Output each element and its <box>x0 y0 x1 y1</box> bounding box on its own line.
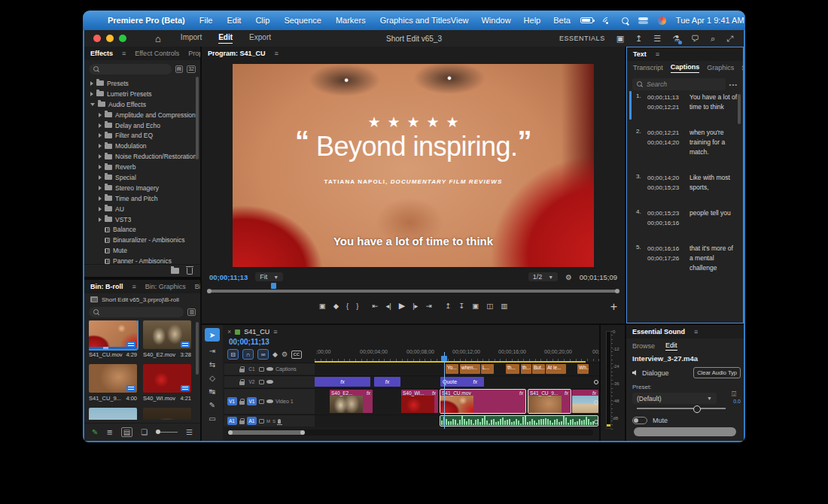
caption-tc-in[interactable]: 00;00;11;13 <box>647 93 685 102</box>
clip-thumbnail[interactable] <box>143 408 191 420</box>
effects-tree-item[interactable]: Binauralizer - Ambisonics <box>84 235 200 245</box>
marker-icon[interactable]: ◆ <box>333 302 339 310</box>
effects-tree-item[interactable]: Reverb <box>84 162 200 172</box>
menubar-item[interactable]: Edit <box>227 16 241 25</box>
menubar-clock[interactable]: Tue Apr 1 9:41 AM <box>676 16 744 25</box>
snap-toggle[interactable]: ∩ <box>242 349 254 360</box>
bin-clip[interactable]: S40_E2.mov3:28 <box>143 320 191 358</box>
panel-menu-icon[interactable]: ≡ <box>694 328 698 335</box>
panel-layout-icon[interactable]: ▣ <box>616 34 624 44</box>
step-back-icon[interactable]: ◂| <box>385 302 391 310</box>
graphic-clip[interactable]: fx <box>374 377 400 387</box>
effects-tree-item[interactable]: Balance <box>84 224 200 235</box>
video-clip[interactable]: S40_WI...fx <box>401 390 438 413</box>
mark-out-icon[interactable]: } <box>356 302 358 310</box>
essential-sound-tab[interactable]: Essential Sound <box>632 328 685 335</box>
text-tab-graphics[interactable]: Graphics <box>707 64 734 71</box>
mute-track-icon[interactable]: M <box>266 419 270 424</box>
caption-row[interactable]: 4.00;00;15;2300;00;16;16people tell you <box>627 205 743 231</box>
bin-tab[interactable]: Bin: Au <box>195 283 200 290</box>
caption-tc-in[interactable]: 00;00;15;23 <box>647 208 685 218</box>
caption-clip[interactable]: th... <box>521 364 531 374</box>
track-badge[interactable]: C1 <box>247 365 257 373</box>
delete-icon[interactable] <box>187 268 193 275</box>
menubar-item[interactable]: View <box>451 16 469 25</box>
linked-selection-toggle[interactable]: ∞ <box>257 349 269 360</box>
menubar-app-icon[interactable] <box>658 17 666 25</box>
menubar-item[interactable]: Beta <box>553 16 571 25</box>
effects-tree-item[interactable]: Lumetri Presets <box>84 89 200 99</box>
effects-tree-item[interactable]: Filter and EQ <box>84 130 200 141</box>
beta-feedback-icon[interactable]: ⚗ <box>672 34 680 44</box>
workspaces-icon[interactable]: ☰ <box>653 34 661 44</box>
track-lock-icon[interactable] <box>239 381 245 385</box>
expand-icon[interactable] <box>90 81 93 86</box>
intensity-slider[interactable] <box>637 408 726 409</box>
effects-tree-item[interactable]: Amplitude and Compression <box>84 110 200 120</box>
bin-clip[interactable]: S41_CU.mov4:29 <box>89 320 137 358</box>
clip-thumbnail[interactable] <box>89 408 137 420</box>
wifi-icon[interactable] <box>603 17 612 24</box>
bin-tab[interactable]: Bin: B-roll <box>90 283 123 290</box>
caption-row[interactable]: 5.00;00;16;1600;00;17;26that it's more o… <box>627 241 743 276</box>
bin-clip[interactable]: S40_WI.mov4:21 <box>143 364 191 402</box>
es-tab-browse[interactable]: Browse <box>632 342 655 350</box>
text-tab-captions[interactable]: Captions <box>671 63 700 73</box>
caption-tc-out[interactable]: 00;00;17;26 <box>647 254 685 263</box>
source-badge[interactable]: V1 <box>227 397 237 405</box>
current-timecode[interactable]: 00;00;11;13 <box>209 273 248 281</box>
expand-icon[interactable] <box>99 154 102 159</box>
effects-tree-item[interactable]: Modulation <box>84 141 200 151</box>
caption-row[interactable]: 3.00;00;14;2000;00;15;23Like with most s… <box>627 170 743 196</box>
expand-icon[interactable] <box>99 123 102 128</box>
menubar-item[interactable]: Graphics and Titles <box>380 16 451 25</box>
expand-icon[interactable] <box>99 144 102 148</box>
effects-tab-effects[interactable]: Effects <box>90 50 113 57</box>
effects-tab-propertie[interactable]: Propertie <box>188 50 200 57</box>
32bit-filter-icon[interactable]: 32 <box>187 65 196 73</box>
track-lock-icon[interactable] <box>239 369 245 372</box>
v1-track-header[interactable]: V1V1Video 1 <box>224 389 315 414</box>
bin-clip[interactable] <box>143 408 191 420</box>
video-clip[interactable]: S41_CU.movfx <box>440 390 525 413</box>
menubar-item[interactable]: Premiere Pro (Beta) <box>108 16 185 25</box>
mute-toggle[interactable] <box>632 417 647 424</box>
caption-tc-in[interactable]: 00;00;14;20 <box>647 173 685 183</box>
sync-lock-icon[interactable] <box>259 419 264 424</box>
go-to-in-icon[interactable]: ⇤ <box>372 302 378 310</box>
clip-scrub-bar[interactable] <box>89 347 137 349</box>
track-output-icon[interactable] <box>266 367 273 371</box>
playback-resolution-dropdown[interactable]: 1/2▼ <box>528 272 558 281</box>
solo-track-icon[interactable]: S <box>272 419 275 424</box>
track-scroll-dot[interactable] <box>594 400 598 405</box>
sync-lock-icon[interactable] <box>259 367 264 372</box>
expand-icon[interactable] <box>99 207 102 211</box>
caption-row[interactable]: 1.00;00;11;1300;00;12;21You have a lot o… <box>627 90 743 115</box>
header-nav-edit[interactable]: Edit <box>218 33 233 44</box>
play-icon[interactable]: ▶ <box>399 301 405 311</box>
effects-tree-item[interactable]: Delay and Echo <box>84 120 200 131</box>
clip-thumbnail[interactable] <box>143 320 191 349</box>
clip-thumbnail[interactable] <box>143 364 191 393</box>
effects-tree-item[interactable]: Presets <box>84 78 200 89</box>
preset-dropdown[interactable]: (Default)▼ <box>632 393 717 404</box>
caption-tc-out[interactable]: 00;00;16;16 <box>647 218 685 228</box>
track-output-icon[interactable] <box>266 380 273 384</box>
video-clip[interactable]: S40_E2...fx <box>330 390 373 413</box>
effects-search-input[interactable] <box>89 64 172 74</box>
slip-tool[interactable]: ↹ <box>209 387 215 396</box>
share-icon[interactable]: ↥ <box>635 34 642 44</box>
caption-text[interactable]: You have a lot of time to think <box>689 93 737 112</box>
caption-tc-in[interactable]: 00;00;12;21 <box>647 128 685 138</box>
clear-audio-type-button[interactable]: Clear Audio Typ <box>693 367 741 378</box>
graphic-clip[interactable]: Quotefx <box>440 377 484 387</box>
expand-icon[interactable] <box>99 217 102 222</box>
rectangle-tool[interactable]: ▭ <box>209 414 215 423</box>
captions-search-input[interactable]: Search <box>632 78 726 90</box>
accelerated-effects-filter-icon[interactable]: ▤ <box>175 65 184 73</box>
menubar-item[interactable]: Help <box>524 16 541 25</box>
track-scroll-dot[interactable] <box>594 380 598 384</box>
home-icon[interactable]: ⌂ <box>155 33 161 44</box>
expand-icon[interactable] <box>99 113 102 117</box>
expand-icon[interactable] <box>99 133 102 138</box>
